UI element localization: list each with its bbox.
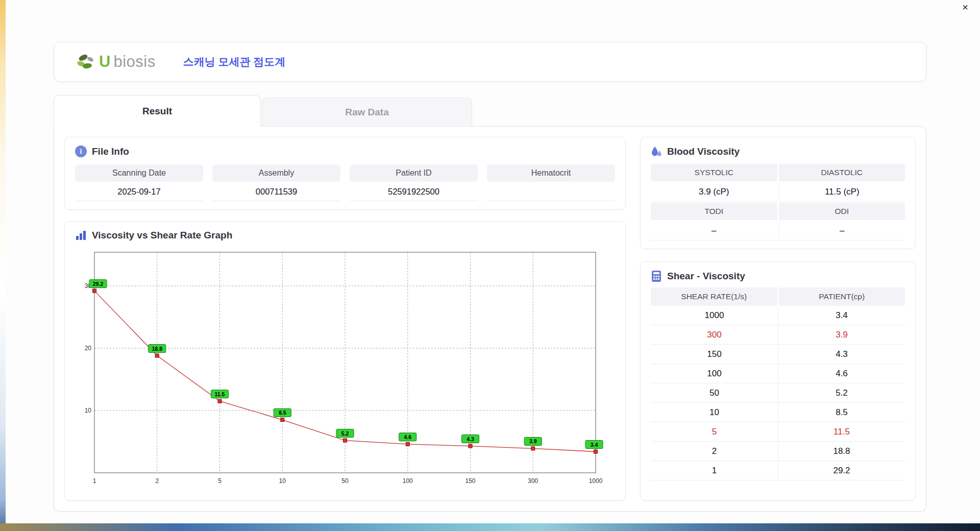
app-title: 스캐닝 모세관 점도계 — [183, 55, 286, 69]
file-info-card: i File Info Scanning Date 2025-09-17 Ass… — [64, 137, 626, 210]
field-scanning-date: Scanning Date 2025-09-17 — [75, 164, 203, 201]
shear-table-row: 1 29.2 — [651, 461, 905, 480]
odi-header: ODI — [779, 203, 905, 220]
graph-title-row: Viscosity vs Shear Rate Graph — [75, 230, 615, 241]
value-label-text: 3.4 — [591, 442, 598, 448]
main-panel: i File Info Scanning Date 2025-09-17 Ass… — [54, 126, 926, 512]
y-axis-tick-label: 10 — [85, 407, 92, 414]
value-label-text: 8.5 — [279, 409, 286, 416]
file-info-title-row: i File Info — [75, 146, 615, 157]
shear-rate-value: 10 — [651, 403, 778, 422]
ubiosis-logo: U biosis — [77, 53, 156, 71]
graph-card: Viscosity vs Shear Rate Graph 1020301251… — [64, 221, 626, 501]
shear-rate-value: 100 — [651, 364, 778, 383]
droplet-icon — [651, 146, 662, 158]
data-point-marker — [406, 442, 409, 446]
field-label: Patient ID — [350, 164, 478, 182]
field-value: 000711539 — [212, 182, 340, 201]
shear-table-row: 2 18.8 — [651, 442, 905, 461]
field-label: Scanning Date — [75, 164, 203, 182]
app-window: × U biosis 스캐닝 모세관 점도계 Result — [6, 0, 980, 523]
field-value: 52591922500 — [350, 182, 478, 201]
viscosity-chart-svg: 1020301251050100150300100029.218.811.58.… — [75, 246, 604, 490]
info-icon: i — [75, 146, 87, 157]
shear-table-row: 100 4.6 — [651, 364, 905, 383]
data-point-marker — [594, 450, 598, 453]
file-info-fields: Scanning Date 2025-09-17 Assembly 000711… — [75, 164, 615, 201]
patient-viscosity-value: 29.2 — [778, 461, 905, 480]
shear-rate-value: 300 — [651, 325, 778, 345]
x-axis-tick-label: 50 — [341, 477, 349, 485]
shear-rate-value: 150 — [651, 345, 778, 364]
value-label-text: 3.9 — [529, 438, 537, 444]
todi-value: – — [651, 221, 777, 240]
patient-viscosity-value: 18.8 — [778, 442, 905, 461]
patient-viscosity-value: 4.3 — [778, 345, 905, 364]
shear-viscosity-card: Shear - Viscosity SHEAR RATE(1/s) PATIEN… — [640, 261, 916, 501]
right-column: Blood Viscosity SYSTOLIC DIASTOLIC 3.9 (… — [640, 137, 916, 501]
data-point-marker — [469, 444, 472, 448]
shear-table-row: 1000 3.4 — [651, 306, 905, 325]
bar-chart-icon — [75, 230, 87, 241]
field-patient-id: Patient ID 52591922500 — [350, 164, 478, 201]
todi-header: TODI — [651, 203, 777, 220]
shear-rate-value: 1000 — [651, 306, 778, 325]
diastolic-value: 11.5 (cP) — [779, 182, 905, 202]
field-label: Hematocrit — [487, 164, 615, 182]
value-label-text: 4.3 — [467, 436, 474, 442]
shear-rate-value: 2 — [651, 442, 778, 461]
shear-table-body: 1000 3.4 300 3.9 150 4.3 — [651, 306, 905, 480]
x-axis-tick-label: 1000 — [589, 477, 603, 485]
patient-viscosity-value: 4.6 — [778, 364, 905, 383]
x-axis-tick-label: 1 — [93, 477, 96, 485]
field-hematocrit: Hematocrit — [487, 164, 615, 201]
calculator-icon — [651, 270, 662, 282]
file-info-title: File Info — [92, 146, 129, 157]
shear-viscosity-title-row: Shear - Viscosity — [651, 270, 905, 282]
tab-bar: Result Raw Data — [54, 95, 926, 126]
window-close-button[interactable]: × — [959, 1, 972, 13]
odi-value: – — [779, 221, 905, 240]
value-label-text: 5.2 — [341, 430, 349, 437]
x-axis-tick-label: 5 — [218, 477, 222, 485]
shear-table-header: SHEAR RATE(1/s) PATIENT(cp) — [651, 287, 905, 306]
viscosity-chart: 1020301251050100150300100029.218.811.58.… — [75, 246, 615, 492]
shear-table-row: 10 8.5 — [651, 403, 905, 422]
data-point-marker — [531, 447, 535, 450]
value-label-text: 4.6 — [404, 434, 411, 440]
shear-rate-value: 5 — [651, 422, 778, 442]
y-axis-tick-label: 20 — [85, 345, 92, 352]
shear-rate-value: 1 — [651, 461, 778, 480]
shear-rate-column-header: SHEAR RATE(1/s) — [651, 287, 777, 306]
logo-text-u: U — [99, 53, 110, 71]
blood-viscosity-title: Blood Viscosity — [667, 146, 740, 157]
x-axis-tick-label: 100 — [403, 477, 413, 485]
tab-result[interactable]: Result — [54, 95, 261, 127]
shear-viscosity-title: Shear - Viscosity — [667, 271, 745, 282]
wallpaper-bottom-strip — [0, 523, 980, 531]
blood-viscosity-grid: SYSTOLIC DIASTOLIC 3.9 (cP) 11.5 (cP) TO… — [651, 164, 905, 240]
shear-table-row: 5 11.5 — [651, 422, 905, 442]
blood-viscosity-card: Blood Viscosity SYSTOLIC DIASTOLIC 3.9 (… — [640, 137, 916, 249]
x-axis-tick-label: 300 — [528, 477, 538, 485]
blood-viscosity-title-row: Blood Viscosity — [651, 146, 905, 158]
patient-column-header: PATIENT(cp) — [779, 287, 905, 306]
tab-raw-data[interactable]: Raw Data — [262, 98, 472, 126]
diastolic-header: DIASTOLIC — [779, 164, 905, 181]
patient-viscosity-value: 8.5 — [778, 403, 905, 422]
shear-rate-value: 50 — [651, 383, 778, 403]
x-axis-tick-label: 10 — [279, 477, 286, 485]
shear-table-row: 50 5.2 — [651, 383, 905, 403]
patient-viscosity-value: 3.9 — [778, 325, 905, 345]
graph-title: Viscosity vs Shear Rate Graph — [92, 230, 232, 241]
left-column: i File Info Scanning Date 2025-09-17 Ass… — [64, 137, 626, 501]
field-assembly: Assembly 000711539 — [212, 164, 340, 201]
systolic-value: 3.9 (cP) — [651, 182, 777, 202]
logo-text-biosis: biosis — [113, 53, 155, 71]
x-axis-tick-label: 150 — [465, 477, 475, 485]
x-axis-tick-label: 2 — [155, 477, 159, 485]
patient-viscosity-value: 5.2 — [778, 383, 905, 403]
field-label: Assembly — [212, 164, 340, 182]
value-label-text: 18.8 — [152, 346, 163, 352]
value-label-text: 29.2 — [93, 281, 104, 287]
